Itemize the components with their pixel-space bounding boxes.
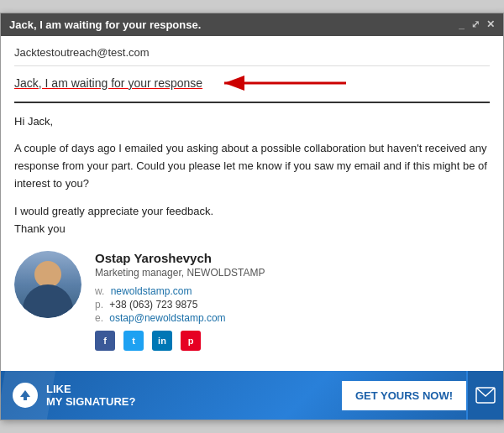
window-title: Jack, I am waiting for your response. (9, 18, 201, 31)
body-line-1: I would greatly appreciate your feedback… (14, 205, 213, 217)
arrow-indicator (216, 71, 350, 95)
from-address: Jacktestoutreach@test.com (14, 46, 150, 59)
email-body: Hi Jack, A couple of days ago I emailed … (14, 113, 490, 238)
avatar-body (23, 284, 73, 318)
body-paragraph-2: I would greatly appreciate your feedback… (14, 203, 490, 238)
minimize-button[interactable]: _ (459, 18, 465, 30)
avatar (14, 251, 81, 318)
sig-phone: p. +38 (063) 723 9875 (95, 299, 490, 310)
close-button[interactable]: ✕ (486, 18, 495, 30)
social-icons: f t in p (95, 331, 490, 351)
sig-email: e. ostap@newoldstamp.com (95, 312, 490, 324)
get-yours-button[interactable]: GET YOURS NOW! (342, 381, 466, 410)
phone-number: +38 (063) 723 9875 (109, 299, 197, 310)
subject-row: Jack, I am waiting for your response (14, 71, 490, 103)
cta-line1: LIKE (46, 383, 135, 396)
phone-label: p. (95, 299, 103, 310)
website-link[interactable]: newoldstamp.com (111, 285, 192, 297)
website-label: w. (95, 285, 104, 297)
sig-website: w. newoldstamp.com (95, 285, 490, 297)
titlebar: Jack, I am waiting for your response. _ … (1, 13, 503, 36)
subject-text: Jack, I am waiting for your response (14, 76, 202, 90)
resize-button[interactable]: ⤢ (471, 18, 480, 30)
linkedin-icon[interactable]: in (152, 331, 172, 351)
pinterest-icon[interactable]: p (181, 331, 201, 351)
facebook-icon[interactable]: f (95, 331, 115, 351)
body-line-2: Thank you (14, 222, 66, 235)
cta-line2: MY SIGNATURE? (46, 395, 135, 409)
email-content: Jacktestoutreach@test.com Jack, I am wai… (1, 36, 503, 362)
window-controls: _ ⤢ ✕ (459, 18, 495, 30)
email-window: Jack, I am waiting for your response. _ … (0, 13, 504, 421)
cta-label: LIKE MY SIGNATURE? (46, 383, 135, 409)
greeting: Hi Jack, (14, 113, 490, 131)
cta-email-icon (466, 371, 503, 420)
body-paragraph-1: A couple of days ago I emailed you askin… (14, 140, 490, 192)
svg-marker-2 (20, 390, 30, 400)
signature-info: Ostap Yaroshevych Marketing manager, NEW… (95, 251, 490, 351)
email-label: e. (95, 312, 103, 324)
email-link[interactable]: ostap@newoldstamp.com (109, 312, 225, 324)
sig-title: Marketing manager, NEWOLDSTAMP (95, 267, 490, 279)
cta-banner: LIKE MY SIGNATURE? GET YOURS NOW! (1, 371, 503, 420)
cta-left: LIKE MY SIGNATURE? (1, 383, 342, 409)
signature-block: Ostap Yaroshevych Marketing manager, NEW… (14, 248, 490, 351)
avatar-image (14, 251, 81, 318)
twitter-icon[interactable]: t (123, 331, 144, 351)
cta-up-arrow-icon (13, 383, 38, 408)
from-line: Jacktestoutreach@test.com (14, 46, 490, 66)
sig-name: Ostap Yaroshevych (95, 251, 490, 265)
